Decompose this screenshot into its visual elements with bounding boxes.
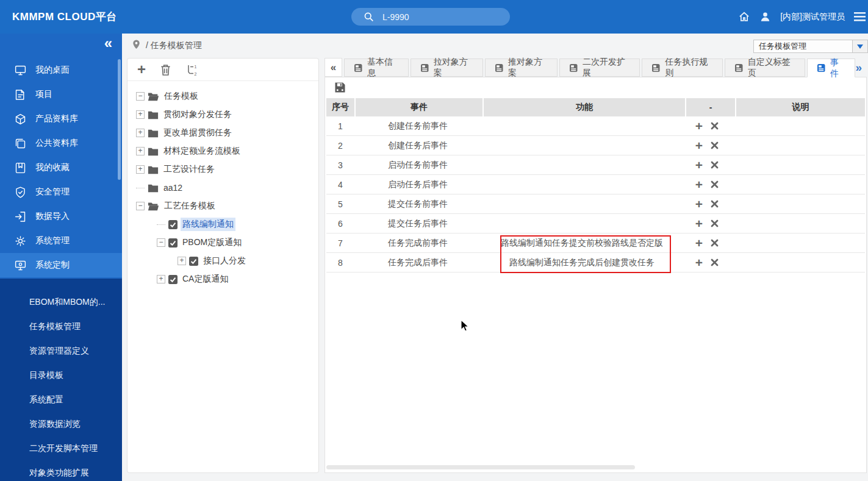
tree-expander-icon[interactable]: + (178, 257, 186, 265)
row-add-button[interactable]: + (695, 218, 703, 229)
tree-expander-icon[interactable]: + (136, 129, 145, 137)
sidebar-item[interactable]: 我的桌面 (0, 58, 122, 82)
sidebar-sub-item[interactable]: 目录模板 (0, 363, 122, 387)
tab-item[interactable]: 自定义标签页 (725, 59, 805, 77)
tree-node-label[interactable]: 材料定额业务流模板 (162, 144, 242, 158)
tree-expander-icon[interactable]: + (136, 147, 145, 155)
tree-node[interactable]: 路线编制通知 (135, 215, 316, 233)
tree-node-label[interactable]: 工艺设计任务 (162, 163, 217, 176)
row-add-button[interactable]: + (695, 140, 703, 151)
sidebar-sub-item[interactable]: 任务模板管理 (0, 314, 122, 338)
row-add-button[interactable]: + (695, 160, 703, 171)
template-tree-panel: + 12 − 任务模板 + 贯彻对象分发任务 + 更改单据贯彻任务 + 材料定额… (127, 58, 319, 473)
row-delete-button[interactable] (711, 161, 719, 169)
current-user-label[interactable]: [内部]测试管理员 (780, 12, 845, 23)
tree-node[interactable]: + 接口人分发 (135, 252, 316, 270)
horizontal-scrollbar[interactable] (326, 465, 635, 469)
sidebar-sub-menu: EBOM和MBOM的...任务模板管理资源管理器定义目录模板系统配置资源数据浏览… (0, 279, 122, 481)
global-search-box[interactable]: L-9990 (351, 8, 510, 26)
tree-node-label[interactable]: 工艺任务模板 (162, 199, 217, 213)
tree-expander-icon[interactable]: + (136, 165, 145, 174)
save-button[interactable] (335, 82, 345, 93)
tab-item[interactable]: 任务执行规则 (642, 59, 722, 77)
tree-node[interactable]: − PBOM定版通知 (135, 233, 316, 252)
row-delete-button[interactable] (711, 200, 719, 208)
row-add-button[interactable]: + (695, 121, 703, 132)
table-row[interactable]: 2 创建任务后事件 + (326, 136, 865, 155)
delete-icon[interactable] (160, 64, 171, 76)
tab-item[interactable]: 推对象方案 (485, 59, 558, 77)
tree-expander-icon[interactable]: − (157, 238, 165, 247)
table-row[interactable]: 1 创建任务前事件 + (326, 116, 865, 136)
tree-expander-icon[interactable]: + (136, 110, 145, 119)
row-delete-button[interactable] (711, 239, 719, 247)
table-row[interactable]: 7 任务完成前事件 路线编制通知任务提交前校验路线是否定版 + (326, 233, 865, 253)
sidebar-item[interactable]: 安全管理 (0, 180, 122, 204)
sidebar-item[interactable]: 项目 (0, 82, 122, 107)
tree-node[interactable]: − 任务模板 (135, 87, 316, 105)
sidebar-sub-item[interactable]: 系统配置 (0, 387, 122, 412)
tree-node[interactable]: + 材料定额业务流模板 (135, 142, 316, 160)
search-input-value[interactable]: L-9990 (382, 12, 409, 22)
row-add-button[interactable]: + (695, 257, 703, 268)
reorder-icon[interactable]: 12 (185, 64, 197, 76)
module-select-dropdown[interactable]: 任务模板管理 (753, 40, 868, 53)
tree-node-label[interactable]: 任务模板 (162, 90, 200, 103)
tree-node-label[interactable]: 接口人分发 (201, 254, 248, 268)
tabs-scroll-left-button[interactable]: « (325, 58, 342, 77)
sidebar-collapse-button[interactable]: « (104, 35, 112, 52)
table-row[interactable]: 4 启动任务后事件 + (326, 175, 865, 194)
tree-node-label[interactable]: 路线编制通知 (181, 218, 235, 231)
sidebar-item[interactable]: 数据导入 (0, 204, 122, 229)
tree-expander-icon[interactable]: − (136, 92, 145, 101)
row-delete-button[interactable] (711, 141, 719, 149)
tabs-scroll-right-button[interactable]: » (855, 61, 867, 77)
tab-item[interactable]: 拉对象方案 (411, 59, 483, 77)
add-icon[interactable]: + (137, 63, 146, 76)
row-add-button[interactable]: + (695, 179, 703, 190)
tree-node-label[interactable]: 贯彻对象分发任务 (162, 108, 234, 121)
tree-node[interactable]: aa12 (135, 179, 316, 197)
sidebar-scrollbar[interactable] (118, 59, 121, 180)
row-delete-button[interactable] (711, 258, 719, 266)
sidebar-item[interactable]: 产品资料库 (0, 107, 122, 131)
tree-node-label[interactable]: CA定版通知 (181, 273, 230, 286)
tree-node[interactable]: + 贯彻对象分发任务 (135, 105, 316, 124)
tree-node[interactable]: + 工艺设计任务 (135, 160, 316, 179)
user-icon[interactable] (759, 11, 771, 23)
row-add-button[interactable]: + (695, 238, 703, 249)
tab-active[interactable]: 事件 (807, 59, 855, 77)
tree-node[interactable]: − 工艺任务模板 (135, 197, 316, 215)
row-delete-button[interactable] (711, 219, 719, 227)
row-delete-button[interactable] (711, 122, 719, 130)
sidebar-item[interactable]: 系统定制 (0, 253, 122, 277)
module-select-arrow-icon[interactable] (852, 40, 867, 52)
tree-expander-icon[interactable]: − (136, 202, 145, 210)
row-add-button[interactable]: + (695, 199, 703, 210)
svg-text:2: 2 (195, 71, 197, 76)
home-icon[interactable] (738, 11, 750, 23)
table-row[interactable]: 8 任务完成后事件 路线编制通知任务完成后创建贯改任务 + (326, 253, 865, 273)
tree-node-label[interactable]: 更改单据贯彻任务 (162, 126, 234, 140)
sidebar-sub-item[interactable]: 资源管理器定义 (0, 338, 122, 363)
tree-expander-icon[interactable]: + (157, 275, 165, 283)
tree-node-label[interactable]: PBOM定版通知 (181, 236, 243, 249)
folder-open-icon (148, 92, 159, 101)
row-delete-button[interactable] (711, 180, 719, 188)
sidebar-sub-item[interactable]: 资源数据浏览 (0, 412, 122, 436)
sidebar-item[interactable]: 系统管理 (0, 229, 122, 253)
tab-item[interactable]: 二次开发扩展 (559, 59, 640, 77)
menu-icon[interactable] (854, 12, 866, 21)
sidebar-item[interactable]: 我的收藏 (0, 155, 122, 180)
table-row[interactable]: 3 启动任务前事件 + (326, 155, 865, 175)
table-row[interactable]: 5 提交任务前事件 + (326, 194, 865, 214)
sidebar-sub-item[interactable]: 对象类功能扩展 (0, 460, 122, 481)
sidebar-item[interactable]: 公共资料库 (0, 131, 122, 155)
tree-node-label[interactable]: aa12 (162, 182, 184, 194)
tab-item[interactable]: 基本信息 (344, 59, 409, 77)
sidebar-sub-item[interactable]: EBOM和MBOM的... (0, 290, 122, 314)
tree-node[interactable]: + CA定版通知 (135, 270, 316, 288)
sidebar-sub-item[interactable]: 二次开发脚本管理 (0, 436, 122, 460)
table-row[interactable]: 6 提交任务后事件 + (326, 214, 865, 233)
tree-node[interactable]: + 更改单据贯彻任务 (135, 124, 316, 142)
